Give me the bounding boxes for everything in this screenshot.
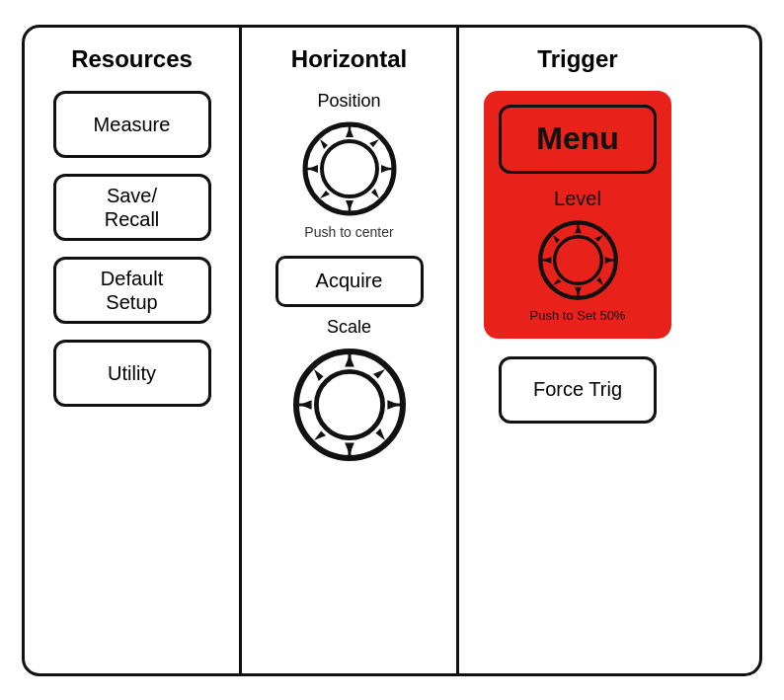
svg-marker-23 [375,428,385,440]
horizontal-title: Horizontal [291,45,407,73]
position-label: Position [317,91,380,112]
scale-knob[interactable] [290,346,409,464]
menu-button[interactable]: Menu [499,105,657,174]
trigger-panel: Trigger Menu Level [459,28,696,673]
svg-marker-8 [320,191,330,198]
scale-label: Scale [327,317,371,338]
svg-marker-6 [320,139,328,149]
push-to-center-label: Push to center [304,224,393,240]
force-trig-button[interactable]: Force Trig [499,356,657,424]
save-recall-button[interactable]: Save/Recall [53,174,211,241]
trigger-title: Trigger [537,45,617,73]
svg-marker-21 [373,369,385,379]
svg-marker-35 [594,235,603,242]
default-setup-button[interactable]: DefaultSetup [53,257,211,324]
svg-marker-36 [553,278,562,285]
svg-marker-7 [369,139,379,147]
svg-marker-22 [314,430,326,440]
svg-point-15 [316,371,382,437]
level-knob[interactable] [536,218,620,302]
level-label: Level [554,188,601,210]
utility-button[interactable]: Utility [53,340,211,407]
svg-point-1 [322,141,377,196]
trigger-red-section: Menu Level [484,91,671,339]
resources-panel: Resources Measure Save/Recall DefaultSet… [25,28,242,673]
measure-button[interactable]: Measure [53,91,211,158]
svg-marker-37 [596,276,603,285]
main-container: Resources Measure Save/Recall DefaultSet… [22,25,762,676]
acquire-button[interactable]: Acquire [275,256,424,307]
push-50-label: Push to Set 50% [530,308,626,323]
horizontal-panel: Horizontal Position [242,28,459,673]
svg-marker-34 [553,235,560,244]
position-knob[interactable] [300,119,399,218]
svg-marker-9 [371,189,379,198]
svg-marker-20 [314,369,324,381]
svg-point-29 [554,236,601,283]
resources-title: Resources [71,45,193,73]
